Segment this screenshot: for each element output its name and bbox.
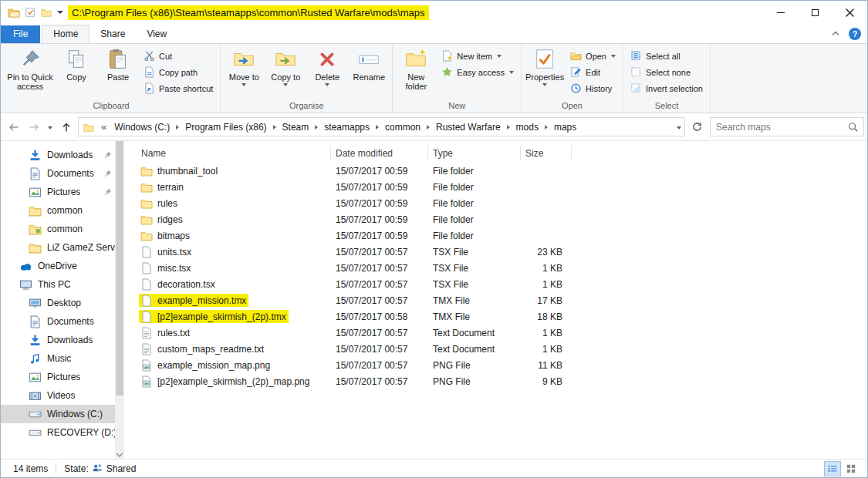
file-row[interactable]: misc.tsx 15/07/2017 00:57 TSX File 1 KB (137, 260, 867, 276)
open-button[interactable]: Open (566, 48, 620, 64)
sidebar-item-downloads-quick[interactable]: Downloads (1, 146, 115, 164)
file-name: terrain (157, 182, 184, 193)
scrollbar-down-arrow-icon[interactable] (115, 453, 124, 457)
sidebar-item-documents-quick[interactable]: Documents (1, 164, 115, 183)
scrollbar-thumb[interactable] (116, 141, 123, 396)
breadcrumb-item-rusted-warfare[interactable]: Rusted Warfare (431, 120, 505, 135)
sidebar-item-pictures[interactable]: Pictures (1, 368, 115, 386)
pin-to-quick-access-button[interactable]: Pin to Quick access (5, 45, 56, 91)
file-row-highlighted[interactable]: [p2]example_skirmish_(2p).tmx 15/07/2017… (137, 308, 867, 325)
cut-button[interactable]: Cut (139, 48, 218, 64)
easy-access-button[interactable]: Easy access (437, 64, 518, 80)
up-button[interactable] (56, 117, 76, 137)
column-header-name[interactable]: Name (137, 146, 331, 161)
maximize-button[interactable] (798, 1, 833, 24)
thumbnails-view-button[interactable] (843, 461, 860, 476)
file-row[interactable]: decoration.tsx 15/07/2017 00:57 TSX File… (137, 276, 867, 292)
breadcrumb-item-program-files-x86[interactable]: Program Files (x86) (181, 120, 271, 135)
sidebar-item-documents[interactable]: Documents (1, 312, 115, 331)
back-button[interactable] (4, 117, 24, 137)
copy-to-button[interactable]: Copy to (265, 45, 306, 86)
close-button[interactable] (833, 1, 867, 24)
pictures-icon (29, 186, 42, 198)
sidebar-item-desktop[interactable]: Desktop (1, 294, 115, 312)
details-view-button[interactable] (824, 461, 841, 476)
file-row[interactable]: ridges 15/07/2017 00:59 File folder (137, 211, 867, 227)
qat-new-folder-icon[interactable] (39, 6, 53, 19)
breadcrumb-item-steamapps[interactable]: steamapps (319, 120, 374, 135)
column-header-size[interactable]: Size (521, 146, 572, 161)
tab-file[interactable]: File (1, 25, 40, 43)
sidebar-item-videos[interactable]: Videos (1, 386, 115, 405)
file-row[interactable]: bitmaps 15/07/2017 00:59 File folder (137, 227, 867, 244)
column-header-type[interactable]: Type (428, 146, 521, 161)
breadcrumb-item-windows-c[interactable]: Windows (C:) (110, 120, 174, 135)
delete-button[interactable]: Delete (306, 45, 348, 86)
sidebar-item-common-2[interactable]: common (1, 220, 115, 238)
file-row[interactable]: rules 15/07/2017 00:59 File folder (137, 195, 867, 211)
refresh-button[interactable] (687, 117, 707, 137)
sidebar-scrollbar[interactable] (115, 141, 124, 459)
file-row-highlighted[interactable]: example_mission.tmx 15/07/2017 00:57 TMX… (137, 292, 867, 308)
copy-button[interactable]: Copy (56, 45, 97, 82)
tab-home[interactable]: Home (42, 25, 90, 43)
file-row[interactable]: thumbnail_tool 15/07/2017 00:59 File fol… (137, 163, 867, 179)
address-dropdown-icon[interactable] (677, 126, 681, 130)
search-input[interactable] (711, 122, 843, 133)
file-row[interactable]: custom_maps_readme.txt 15/07/2017 00:57 … (137, 341, 867, 357)
recent-locations-button[interactable] (44, 117, 56, 137)
ribbon-collapse-button[interactable] (826, 32, 846, 43)
breadcrumb-item-mods[interactable]: mods (512, 120, 543, 135)
properties-button[interactable]: Properties (524, 45, 566, 86)
file-row[interactable]: [p2]example_skirmish_(2p)_map.png 15/07/… (137, 373, 867, 389)
sidebar-item-music[interactable]: Music (1, 349, 115, 368)
file-name: [p2]example_skirmish_(2p)_map.png (157, 376, 309, 387)
forward-button[interactable] (24, 117, 44, 137)
sidebar-item-windows-c[interactable]: Windows (C:) (1, 405, 115, 423)
copy-path-button[interactable]: Copy path (139, 64, 218, 80)
invert-selection-button[interactable]: Invert selection (626, 80, 708, 96)
file-row[interactable]: units.tsx 15/07/2017 00:57 TSX File 23 K… (137, 244, 867, 260)
sidebar-item-common-1[interactable]: common (1, 201, 115, 220)
column-header-date-modified[interactable]: Date modified (331, 146, 428, 161)
chevron-right-icon (545, 125, 548, 130)
text-document-icon (140, 343, 153, 355)
help-icon[interactable]: ? (849, 28, 861, 40)
search-icon[interactable] (843, 122, 863, 133)
folder-icon (140, 214, 153, 225)
sidebar-item-downloads[interactable]: Downloads (1, 331, 115, 349)
paste-button[interactable]: Paste (97, 45, 139, 82)
edit-button[interactable]: Edit (566, 64, 620, 80)
select-none-button[interactable]: Select none (626, 64, 708, 80)
minimize-button[interactable] (763, 1, 798, 24)
new-item-button[interactable]: New item (437, 48, 518, 64)
breadcrumb-overflow-icon[interactable]: « (98, 121, 110, 133)
new-folder-button[interactable]: New folder (395, 45, 437, 91)
paste-shortcut-button[interactable]: Paste shortcut (139, 80, 218, 96)
file-row[interactable]: rules.txt 15/07/2017 00:57 Text Document… (137, 325, 867, 341)
sidebar-item-this-pc[interactable]: This PC (1, 275, 115, 294)
breadcrumb-item-steam[interactable]: Steam (278, 120, 314, 135)
breadcrumb-item-maps[interactable]: maps (549, 120, 581, 135)
sidebar-item-liz-gamez-server[interactable]: LiZ GameZ Serve (1, 238, 115, 257)
file-type: PNG File (428, 360, 521, 371)
select-all-button[interactable]: Select all (626, 48, 708, 64)
file-icon (140, 246, 153, 258)
tab-view[interactable]: View (136, 25, 177, 43)
clipboard-group-label: Clipboard (2, 101, 220, 113)
qat-properties-icon[interactable] (23, 6, 37, 19)
address-box[interactable]: « Windows (C:) Program Files (x86) Steam… (78, 117, 685, 136)
sidebar-item-onedrive[interactable]: OneDrive (1, 257, 115, 275)
sidebar-item-pictures-quick[interactable]: Pictures (1, 183, 115, 201)
file-row[interactable]: example_mission_map.png 15/07/2017 00:57… (137, 357, 867, 373)
breadcrumb-item-common[interactable]: common (380, 120, 425, 135)
history-button[interactable]: History (566, 80, 620, 96)
move-to-button[interactable]: Move to (223, 45, 265, 86)
file-row[interactable]: terrain 15/07/2017 00:59 File folder (137, 179, 867, 195)
qat-dropdown-icon[interactable] (57, 11, 63, 14)
rename-button[interactable]: Rename (348, 45, 390, 82)
sidebar-item-recovery-d[interactable]: RECOVERY (D:) (1, 423, 115, 442)
search-box[interactable] (710, 117, 864, 136)
tab-share[interactable]: Share (90, 25, 136, 43)
file-date: 15/07/2017 00:57 (331, 263, 428, 274)
